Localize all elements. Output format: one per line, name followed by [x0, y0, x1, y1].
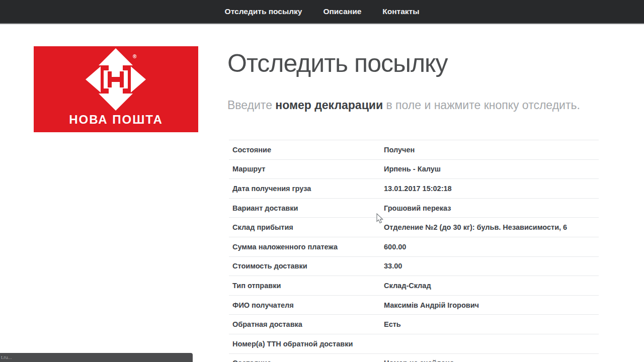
browser-status-tooltip: t.ru... [0, 353, 193, 362]
row-label: Номер(а) ТТН обратной доставки [229, 340, 384, 348]
nova-poshta-arrows-icon [86, 48, 146, 111]
row-value: 33.00 [384, 262, 599, 270]
row-value: 600.00 [384, 243, 599, 251]
row-label: Склад прибытия [229, 223, 384, 231]
nav-item-contacts[interactable]: Контакты [372, 0, 430, 23]
table-row: Сумма наложенного платежа 600.00 [229, 237, 599, 257]
nav-item-track[interactable]: Отследить посылку [214, 0, 313, 23]
row-value: Номер не знайдено [384, 359, 599, 362]
top-navbar: Отследить посылку Описание Контакты [0, 0, 644, 24]
row-label: Стоимость доставки [229, 262, 384, 270]
table-row: Обратная доставка Есть [229, 315, 599, 334]
subtitle-bold: номер декларации [275, 99, 383, 112]
row-label: Обратная доставка [229, 320, 384, 328]
row-label: Состояние [229, 359, 384, 362]
row-value: Отделение №2 (до 30 кг): бульв. Независи… [384, 223, 599, 231]
page-subtitle: Введите номер декларации в поле и нажмит… [227, 99, 580, 112]
row-label: ФИО получателя [229, 301, 384, 309]
page-title: Отследить посылку [227, 49, 448, 78]
row-value: Максимів Андрій Ігорович [384, 301, 599, 309]
subtitle-prefix: Введите [227, 99, 275, 112]
registered-trademark-icon: ® [133, 54, 136, 59]
nav-item-description[interactable]: Описание [312, 0, 372, 23]
row-value: Склад-Склад [384, 282, 599, 290]
nova-poshta-logo: ® НОВА ПОШТА [34, 46, 198, 132]
table-row: Состояние Номер не знайдено [229, 354, 599, 362]
table-row: Маршрут Ирпень - Калуш [229, 160, 599, 179]
table-row: Вариант доставки Грошовий переказ [229, 199, 599, 218]
tracking-table: Состояние Получен Маршрут Ирпень - Калуш… [229, 140, 599, 362]
table-row: Стоимость доставки 33.00 [229, 257, 599, 277]
subtitle-suffix: в поле и нажмите кнопку отследить. [383, 99, 580, 112]
row-value: Есть [384, 320, 599, 328]
table-row: Тип отправки Склад-Склад [229, 276, 599, 296]
row-label: Вариант доставки [229, 204, 384, 212]
brand-wordmark: НОВА ПОШТА [34, 113, 198, 127]
row-label: Дата получения груза [229, 185, 384, 193]
row-label: Тип отправки [229, 282, 384, 290]
table-row: ФИО получателя Максимів Андрій Ігорович [229, 296, 599, 315]
row-label: Сумма наложенного платежа [229, 243, 384, 251]
table-row: Склад прибытия Отделение №2 (до 30 кг): … [229, 218, 599, 237]
row-value: 13.01.2017 15:02:18 [384, 185, 599, 193]
table-row: Состояние Получен [229, 140, 599, 160]
row-value: Ирпень - Калуш [384, 165, 599, 173]
table-row: Дата получения груза 13.01.2017 15:02:18 [229, 179, 599, 199]
row-value: Грошовий переказ [384, 204, 599, 212]
row-value: Получен [384, 146, 599, 154]
table-row: Номер(а) ТТН обратной доставки [229, 334, 599, 354]
row-label: Маршрут [229, 165, 384, 173]
row-label: Состояние [229, 146, 384, 154]
